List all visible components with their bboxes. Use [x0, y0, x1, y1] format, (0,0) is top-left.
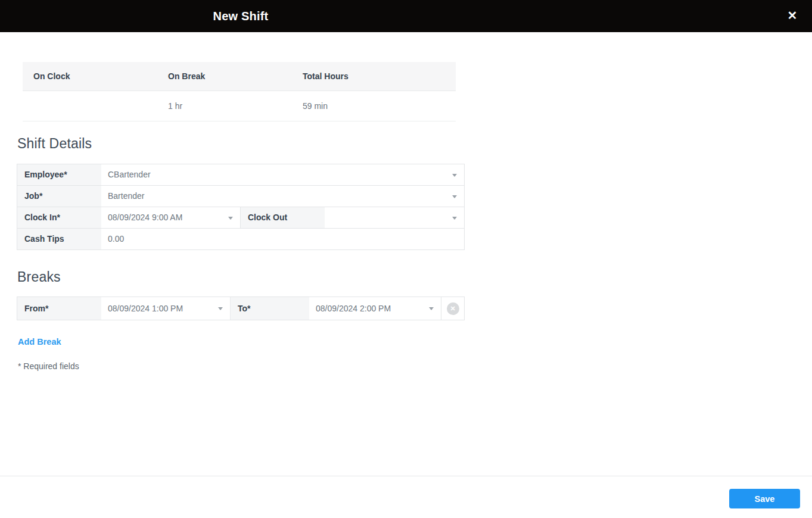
footer-divider	[0, 476, 812, 476]
break-remove-cell: ✕	[441, 297, 464, 320]
breaks-heading: Breaks	[17, 269, 61, 285]
save-button[interactable]: Save	[729, 489, 800, 508]
summary-data-row: 1 hr 59 min	[23, 91, 456, 121]
break-from-picker[interactable]: 08/09/2024 1:00 PM	[101, 297, 230, 320]
total-hours-value: 59 min	[292, 101, 456, 111]
break-to-value: 08/09/2024 2:00 PM	[316, 304, 391, 313]
remove-break-icon[interactable]: ✕	[447, 302, 459, 315]
break-from-value: 08/09/2024 1:00 PM	[108, 304, 183, 313]
on-break-value: 1 hr	[157, 101, 292, 111]
break-to-label: To*	[230, 297, 309, 320]
column-header-total-hours: Total Hours	[292, 71, 456, 81]
clock-in-picker[interactable]: 08/09/2024 9:00 AM	[101, 207, 241, 228]
break-from-label: From*	[17, 297, 101, 320]
employee-label: Employee*	[17, 164, 101, 185]
chevron-down-icon	[452, 217, 457, 220]
employee-selected-value: CBartender	[108, 170, 151, 179]
cash-tips-row: Cash Tips 0.00	[17, 229, 464, 250]
modal-titlebar: New Shift ✕	[0, 0, 812, 32]
chevron-down-icon	[218, 307, 223, 310]
column-header-on-break: On Break	[157, 71, 292, 81]
shift-summary-table: On Clock On Break Total Hours 1 hr 59 mi…	[23, 62, 456, 121]
cash-tips-value: 0.00	[108, 234, 124, 244]
required-fields-note: * Required fields	[18, 361, 79, 371]
shift-details-heading: Shift Details	[17, 136, 92, 152]
chevron-down-icon	[452, 174, 457, 177]
job-selected-value: Bartender	[108, 191, 144, 201]
modal-title: New Shift	[0, 0, 481, 32]
job-select[interactable]: Bartender	[101, 186, 464, 207]
column-header-on-clock: On Clock	[23, 71, 157, 81]
clock-out-picker[interactable]	[325, 207, 464, 228]
clock-in-value: 08/09/2024 9:00 AM	[108, 213, 182, 222]
break-row: From* 08/09/2024 1:00 PM To* 08/09/2024 …	[17, 297, 465, 320]
chevron-down-icon	[228, 217, 233, 220]
clock-row: Clock In* 08/09/2024 9:00 AM Clock Out	[17, 207, 464, 229]
employee-row: Employee* CBartender	[17, 164, 464, 186]
break-to-picker[interactable]: 08/09/2024 2:00 PM	[309, 297, 441, 320]
clock-in-label: Clock In*	[17, 207, 101, 228]
add-break-link[interactable]: Add Break	[18, 337, 61, 347]
cash-tips-label: Cash Tips	[17, 229, 101, 249]
summary-header-row: On Clock On Break Total Hours	[23, 62, 456, 91]
job-row: Job* Bartender	[17, 186, 464, 207]
job-label: Job*	[17, 186, 101, 207]
chevron-down-icon	[452, 195, 457, 198]
chevron-down-icon	[429, 307, 434, 310]
clock-out-label: Clock Out	[241, 207, 325, 228]
employee-select[interactable]: CBartender	[101, 164, 464, 185]
shift-details-form: Employee* CBartender Job* Bartender Cloc…	[17, 164, 465, 250]
cash-tips-input[interactable]: 0.00	[101, 229, 464, 249]
close-icon[interactable]: ✕	[783, 6, 802, 25]
